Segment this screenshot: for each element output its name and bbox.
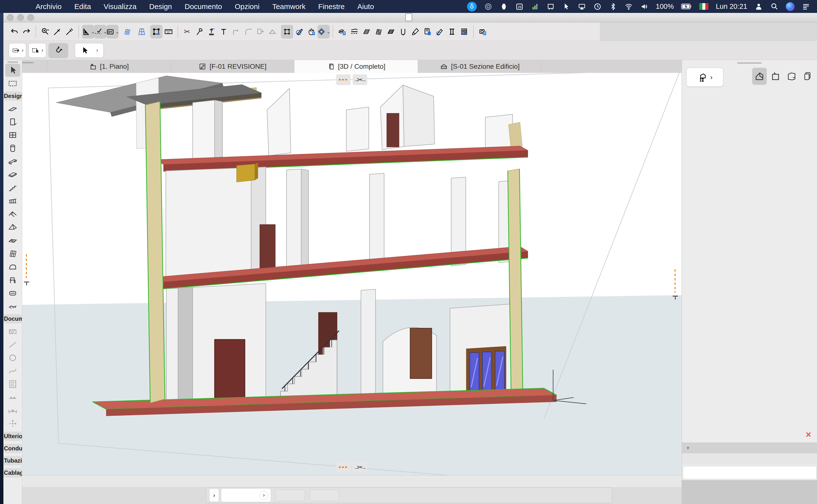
beam-tool[interactable] bbox=[5, 155, 20, 168]
stats-menu-icon[interactable] bbox=[531, 1, 539, 12]
toolbox-section-ulteriori[interactable]: Ulteriori bbox=[3, 432, 22, 441]
penedit-button[interactable] bbox=[434, 25, 446, 39]
resizeg-button[interactable] bbox=[254, 25, 266, 39]
tab--1-piano-[interactable]: [1. Piano] bbox=[47, 60, 171, 73]
menu-archicad[interactable] bbox=[17, 0, 29, 13]
tab--f-01-revisione-[interactable]: [F-01 REVISIONE] bbox=[171, 60, 294, 73]
cancel-button[interactable] bbox=[309, 489, 339, 501]
gridrot-button[interactable] bbox=[121, 25, 133, 39]
handlist-button[interactable] bbox=[305, 25, 317, 39]
column-tool[interactable] bbox=[5, 142, 20, 155]
archicad-status-icon[interactable]: δ bbox=[467, 1, 477, 12]
window-tool[interactable] bbox=[5, 128, 20, 142]
publisher-mode-button[interactable] bbox=[800, 68, 815, 85]
tab--s-01-sezione-edificio-[interactable]: [S-01 Sezione Edificio] bbox=[418, 60, 542, 73]
bluetooth-icon[interactable] bbox=[609, 1, 617, 12]
setsq-button[interactable]: ⌄ bbox=[82, 25, 94, 39]
dimension-tool[interactable] bbox=[5, 404, 20, 417]
inject-button[interactable] bbox=[63, 25, 76, 39]
pencilc-button[interactable] bbox=[293, 25, 305, 39]
layout-book-mode-button[interactable] bbox=[784, 68, 799, 85]
elevg-button[interactable] bbox=[266, 25, 278, 39]
menu-finestre[interactable]: Finestre bbox=[312, 0, 351, 13]
split-button[interactable]: ✂ bbox=[181, 25, 193, 39]
guides-button[interactable]: ⌄ bbox=[94, 25, 106, 39]
circle-tool[interactable] bbox=[5, 351, 20, 364]
app-blob-icon[interactable] bbox=[500, 1, 508, 12]
compic-button[interactable] bbox=[372, 25, 385, 39]
gridplane-button[interactable] bbox=[136, 25, 148, 39]
bmat-button[interactable] bbox=[458, 25, 470, 39]
line-tool[interactable] bbox=[5, 338, 20, 351]
ruler-button[interactable]: 12 bbox=[162, 25, 175, 39]
marquee-tool[interactable] bbox=[5, 77, 20, 90]
roof-tool[interactable] bbox=[5, 207, 20, 221]
raise-button[interactable] bbox=[205, 25, 217, 39]
airplay-icon[interactable] bbox=[578, 1, 586, 12]
spotlight-search-icon[interactable] bbox=[770, 1, 778, 12]
slab-tool[interactable] bbox=[5, 168, 20, 181]
marquee-stretch-button[interactable]: › bbox=[9, 43, 26, 58]
menu-opzioni[interactable]: Opzioni bbox=[228, 0, 266, 13]
menu-archivio[interactable]: Archivio bbox=[29, 0, 68, 13]
menu-design[interactable]: Design bbox=[143, 0, 178, 13]
object-tool[interactable] bbox=[5, 273, 20, 286]
morph-tool[interactable] bbox=[5, 260, 20, 273]
tab--3d-completo-[interactable]: [3D / Completo] bbox=[294, 60, 418, 73]
cutplane-scissors-button[interactable]: –✂– bbox=[353, 74, 367, 85]
diamond-button[interactable]: ⌄ bbox=[317, 25, 330, 39]
delete-icon[interactable]: × bbox=[806, 429, 811, 440]
surfdoc-button[interactable] bbox=[422, 25, 434, 39]
calendar-icon[interactable]: 26 bbox=[515, 1, 524, 12]
toolbox-section-design[interactable]: Design bbox=[3, 91, 22, 101]
spline-tool[interactable] bbox=[5, 364, 20, 378]
settings-button[interactable] bbox=[683, 466, 817, 479]
wifi-icon[interactable] bbox=[625, 1, 633, 12]
properties-header[interactable]: ▼ bbox=[682, 443, 817, 454]
railing-tool[interactable] bbox=[5, 194, 20, 207]
terrain-mesh-tool[interactable] bbox=[5, 300, 20, 313]
cutplane-dashes-button[interactable] bbox=[336, 74, 351, 85]
filletg-button[interactable] bbox=[242, 25, 254, 39]
ok-button[interactable] bbox=[275, 489, 305, 501]
findsel-button[interactable] bbox=[39, 25, 51, 39]
editsel-button[interactable] bbox=[150, 25, 162, 39]
snapbar-expand-chevron[interactable]: › bbox=[209, 489, 219, 502]
shell-tool[interactable] bbox=[5, 221, 20, 234]
brushic-button[interactable] bbox=[409, 25, 422, 39]
project-chooser-button[interactable]: › bbox=[686, 68, 723, 87]
redo-button[interactable] bbox=[20, 25, 33, 39]
wall-tool[interactable] bbox=[5, 102, 20, 115]
pickup-button[interactable] bbox=[51, 25, 63, 39]
cutplane-scissors-button[interactable]: –✂– bbox=[353, 462, 367, 473]
door-tool[interactable] bbox=[5, 115, 20, 128]
spot-elevation-tool[interactable] bbox=[5, 417, 20, 430]
project-map-mode-button[interactable] bbox=[752, 68, 767, 85]
stair-tool[interactable] bbox=[5, 181, 20, 194]
linesic-button[interactable] bbox=[348, 25, 360, 39]
mesh-tool[interactable] bbox=[5, 234, 20, 247]
view-map-mode-button[interactable] bbox=[768, 68, 783, 85]
menu-visualizza[interactable]: Visualizza bbox=[97, 0, 143, 13]
tbar-button[interactable] bbox=[217, 25, 230, 39]
cutplane-dashes-button[interactable] bbox=[336, 462, 351, 473]
selection-button[interactable]: › bbox=[29, 43, 46, 58]
menubar-clock-label[interactable]: Lun 20:21 bbox=[716, 1, 747, 12]
menu-documento[interactable]: Documento bbox=[178, 0, 228, 13]
notification-center-icon[interactable] bbox=[802, 1, 810, 12]
tree-item[interactable] bbox=[682, 93, 817, 103]
profic-button[interactable] bbox=[385, 25, 397, 39]
curtain-wall-tool[interactable] bbox=[5, 247, 20, 260]
toolbox-section-condutt[interactable]: Condutt bbox=[3, 444, 22, 453]
drawing-tool[interactable] bbox=[5, 378, 20, 391]
penu-button[interactable] bbox=[397, 25, 409, 39]
battery-icon[interactable] bbox=[681, 1, 692, 12]
tracker-button[interactable]: ⌄ bbox=[106, 25, 118, 39]
stretch-button[interactable] bbox=[281, 25, 293, 39]
cameralist-button[interactable] bbox=[477, 25, 489, 39]
toolbox-section-docume[interactable]: Docume bbox=[3, 314, 22, 323]
level-dimension-tool[interactable] bbox=[5, 391, 20, 404]
menu-edita[interactable]: Edita bbox=[68, 0, 97, 13]
fillsic-button[interactable] bbox=[360, 25, 372, 39]
3d-viewport[interactable]: –✂– –✂– bbox=[22, 73, 682, 475]
